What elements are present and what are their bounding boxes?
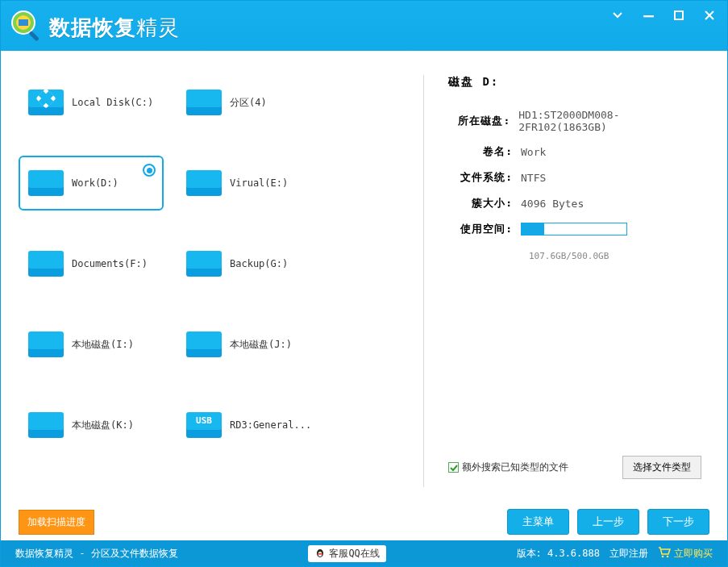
details-title: 磁盘 D: (448, 75, 701, 90)
disk-drive-icon (27, 167, 65, 199)
disk-label: 本地磁盘(J:) (230, 338, 292, 352)
disk-drive-icon (185, 167, 223, 199)
disk-item[interactable]: Documents(F:) (19, 236, 164, 291)
disk-item[interactable]: Work(D:) (19, 156, 164, 211)
svg-rect-18 (28, 251, 64, 269)
svg-point-35 (667, 555, 669, 557)
app-window: 数据恢复精灵 Local Disk(C:)分区(4)Work(D:)Virual… (0, 0, 728, 567)
cart-icon (658, 547, 671, 561)
app-title-main: 数据恢复 (49, 15, 136, 40)
usage-fill (522, 223, 544, 235)
selected-radio-icon (143, 164, 156, 177)
disk-drive-icon (185, 248, 223, 280)
title-bar: 数据恢复精灵 (1, 1, 727, 51)
prev-step-button[interactable]: 上一步 (577, 509, 639, 535)
svg-text:USB: USB (196, 415, 212, 426)
maximize-icon[interactable] (672, 9, 685, 22)
label-used-space: 使用空间: (448, 222, 521, 236)
svg-rect-2 (28, 31, 39, 41)
svg-rect-24 (186, 331, 222, 349)
app-title-accent: 精灵 (136, 15, 180, 40)
disk-item[interactable]: 分区(4) (177, 75, 322, 130)
label-volume-name: 卷名: (448, 144, 521, 159)
disk-label: Documents(F:) (72, 258, 148, 269)
disk-item[interactable]: USBRD3:General... (177, 398, 322, 452)
disk-drive-icon (27, 248, 65, 280)
qq-support-label: 客服QQ在线 (329, 547, 379, 561)
svg-rect-12 (186, 90, 222, 107)
disk-item[interactable]: Local Disk(C:) (19, 75, 164, 130)
next-step-button[interactable]: 下一步 (647, 509, 709, 535)
disk-item[interactable]: Virual(E:) (177, 156, 322, 211)
details-pane: 磁盘 D: 所在磁盘: HD1:ST2000DM008-2FR102(1863G… (434, 67, 709, 495)
minimize-icon[interactable] (642, 9, 655, 22)
main-menu-button[interactable]: 主菜单 (507, 509, 569, 535)
disk-label: 本地磁盘(I:) (72, 338, 134, 352)
svg-rect-33 (318, 553, 322, 555)
dropdown-icon[interactable] (611, 9, 624, 22)
svg-rect-20 (186, 251, 222, 269)
close-icon[interactable] (703, 9, 716, 22)
logo-group: 数据恢复精灵 (9, 8, 180, 44)
disk-drive-icon (27, 86, 65, 119)
disk-label: Virual(E:) (230, 177, 288, 189)
vertical-separator (423, 75, 424, 487)
extra-search-label: 额外搜索已知类型的文件 (462, 461, 568, 474)
svg-rect-22 (28, 331, 64, 349)
extra-search-checkbox[interactable]: 额外搜索已知类型的文件 (448, 461, 568, 474)
disk-label: Local Disk(C:) (72, 97, 153, 108)
svg-point-34 (662, 555, 664, 557)
qq-penguin-icon (314, 547, 326, 561)
details-bottom-bar: 额外搜索已知类型的文件 选择文件类型 (448, 456, 701, 495)
value-file-system: NTFS (521, 172, 546, 184)
disk-label: Backup(G:) (230, 258, 288, 269)
status-left-text: 数据恢复精灵 - 分区及文件数据恢复 (15, 547, 178, 561)
svg-rect-3 (19, 19, 28, 26)
svg-point-32 (319, 551, 321, 552)
value-physical-disk: HD1:ST2000DM008-2FR102(1863GB) (518, 109, 701, 133)
disk-item[interactable]: 本地磁盘(J:) (177, 317, 322, 372)
disk-drive-icon (185, 328, 223, 361)
disk-item[interactable]: 本地磁盘(I:) (19, 317, 164, 372)
svg-rect-14 (28, 170, 64, 188)
value-cluster-size: 4096 Bytes (521, 198, 584, 210)
disk-drive-icon (27, 409, 65, 441)
usage-bar (521, 223, 627, 236)
disk-label: RD3:General... (230, 419, 311, 431)
value-used-space (521, 223, 627, 236)
buy-now-link[interactable]: 立即购买 (658, 547, 713, 561)
label-physical-disk: 所在磁盘: (448, 114, 518, 128)
window-controls (611, 9, 716, 22)
label-cluster-size: 簇大小: (448, 196, 521, 211)
disk-item[interactable]: Backup(G:) (177, 236, 322, 291)
disk-item[interactable]: 本地磁盘(K:) (19, 398, 164, 452)
usage-text: 107.6GB/500.0GB (529, 251, 701, 261)
svg-rect-5 (675, 11, 683, 19)
qq-support-button[interactable]: 客服QQ在线 (308, 545, 385, 562)
register-link[interactable]: 立即注册 (609, 547, 648, 561)
version-text: 版本: 4.3.6.888 (517, 547, 600, 561)
disk-label: 本地磁盘(K:) (72, 419, 134, 432)
app-logo-icon (9, 8, 44, 44)
disk-list: Local Disk(C:)分区(4)Work(D:)Virual(E:)Doc… (19, 67, 414, 495)
status-right: 版本: 4.3.6.888 立即注册 立即购买 (517, 547, 713, 561)
disk-drive-icon (27, 328, 65, 361)
svg-rect-4 (643, 15, 654, 17)
disk-drive-icon: USB (185, 409, 223, 441)
disk-label: Work(D:) (72, 177, 119, 189)
value-volume-name: Work (521, 146, 546, 158)
select-file-type-button[interactable]: 选择文件类型 (622, 456, 701, 479)
app-title: 数据恢复精灵 (49, 14, 180, 38)
action-bar: 加载扫描进度 主菜单 上一步 下一步 (1, 503, 727, 540)
checkbox-check-icon (448, 462, 459, 473)
status-bar: 数据恢复精灵 - 分区及文件数据恢复 客服QQ在线 版本: 4.3.6.888 … (1, 540, 727, 566)
label-file-system: 文件系统: (448, 170, 521, 185)
svg-rect-26 (28, 412, 64, 430)
disk-drive-icon (185, 86, 223, 119)
disk-label: 分区(4) (230, 96, 267, 110)
content-area: Local Disk(C:)分区(4)Work(D:)Virual(E:)Doc… (1, 51, 727, 503)
svg-rect-16 (186, 170, 222, 188)
load-scan-progress-button[interactable]: 加载扫描进度 (19, 510, 94, 535)
